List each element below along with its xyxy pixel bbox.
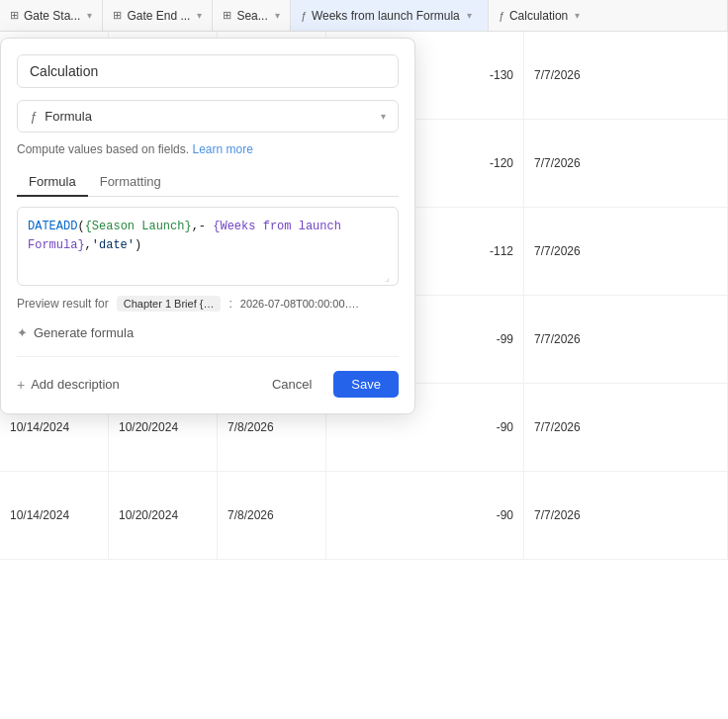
chevron-weeks: ▾ [467,10,472,21]
grid-icon-gate-start: ⊞ [10,9,19,22]
cell-calc: 7/7/2026 [524,384,728,471]
formula-popup: ƒ Formula ▾ Compute values based on fiel… [0,38,415,414]
formula-type-dropdown[interactable]: ƒ Formula ▾ [17,100,399,133]
footer-right-buttons: Cancel Save [258,371,399,398]
header-weeks-label: Weeks from launch Formula [312,9,460,23]
generate-formula-label: Generate formula [34,325,134,340]
cell-calc: 7/7/2026 [524,296,728,383]
cell-calc: 7/7/2026 [524,120,728,207]
cancel-button[interactable]: Cancel [258,371,325,398]
table-row: 10/14/2024 10/20/2024 7/8/2026 -90 7/7/2… [0,472,728,560]
sparkle-icon: ✦ [17,325,28,340]
tab-formatting[interactable]: Formatting [88,168,173,197]
chevron-calc: ▾ [575,10,580,21]
chevron-formula-type: ▾ [381,111,386,122]
preview-value: 2026-07-08T00:00:00…. [240,298,359,310]
fx-icon-weeks: ƒ [301,10,307,22]
formula-type-left: ƒ Formula [30,109,92,124]
code-editor-container: DATEADD({Season Launch},- {Weeks from la… [17,207,399,286]
preview-row: Preview result for Chapter 1 Brief {… : … [17,296,399,312]
chevron-gate-start: ▾ [87,10,92,21]
add-description-button[interactable]: + Add description [17,377,120,393]
cell-calc: 7/7/2026 [524,208,728,295]
popup-footer: + Add description Cancel Save [17,371,399,398]
grid-icon-season: ⊞ [223,9,231,22]
preview-badge: Chapter 1 Brief {… [117,296,222,312]
header-calculation[interactable]: ƒ Calculation ▾ [489,0,728,31]
popup-title-input[interactable] [17,54,399,88]
cell-weeks: -90 [326,472,524,559]
help-text: Compute values based on fields. Learn mo… [17,142,399,156]
preview-label: Preview result for [17,297,109,311]
header-calculation-label: Calculation [509,9,568,23]
header-row: ⊞ Gate Sta... ▾ ⊞ Gate End ... ▾ ⊞ Sea..… [0,0,728,32]
fx-icon-calc: ƒ [499,10,504,22]
grid-icon-gate-end: ⊞ [113,9,122,22]
chevron-gate-end: ▾ [197,10,202,21]
formula-code-area[interactable]: DATEADD({Season Launch},- {Weeks from la… [17,207,399,286]
header-gate-end[interactable]: ⊞ Gate End ... ▾ [103,0,213,31]
save-button[interactable]: Save [333,371,399,398]
header-season[interactable]: ⊞ Sea... ▾ [213,0,290,31]
help-text-content: Compute values based on fields. [17,142,189,156]
cell-gate-end: 10/20/2024 [109,472,218,559]
add-description-label: Add description [31,377,120,392]
chevron-season: ▾ [275,10,280,21]
header-gate-start-label: Gate Sta... [24,9,80,23]
cell-gate-start: 10/14/2024 [0,472,109,559]
popup-divider [17,356,399,357]
formula-type-label: Formula [45,109,92,124]
tab-formula[interactable]: Formula [17,168,88,197]
resize-handle[interactable]: ⌟ [385,272,397,284]
popup-tabs: Formula Formatting [17,168,399,197]
cell-season: 7/8/2026 [218,472,326,559]
preview-colon: : [228,297,231,311]
header-season-label: Sea... [236,9,267,23]
fx-dropdown-icon: ƒ [30,109,37,124]
learn-more-link[interactable]: Learn more [192,142,252,156]
header-weeks-from-launch[interactable]: ƒ Weeks from launch Formula ▾ [291,0,489,31]
header-gate-start[interactable]: ⊞ Gate Sta... ▾ [0,0,103,31]
plus-icon: + [17,377,25,393]
cell-calc: 7/7/2026 [524,32,728,119]
header-gate-end-label: Gate End ... [127,9,190,23]
generate-formula-row[interactable]: ✦ Generate formula [17,325,399,340]
cell-calc: 7/7/2026 [524,472,728,559]
